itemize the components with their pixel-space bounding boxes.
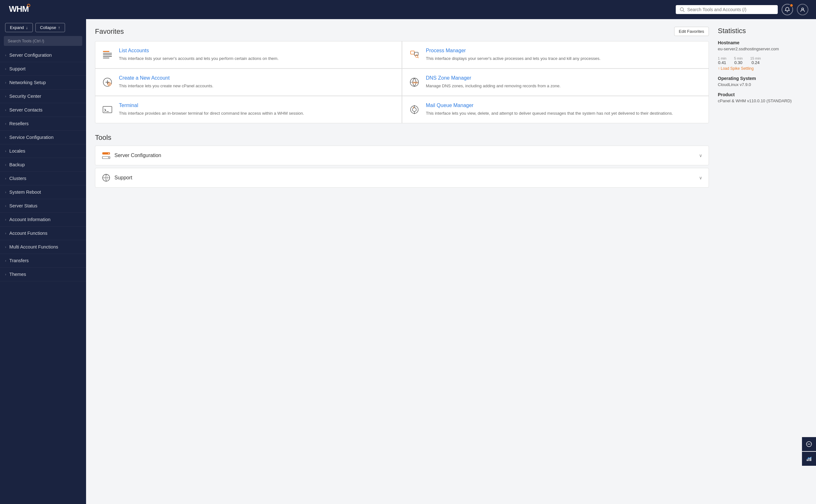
terminal-desc: This interface provides an in-browser te… (119, 110, 304, 117)
fav-card-create-new-account[interactable]: Create a New Account This interface lets… (95, 69, 401, 96)
sidebar-item-server-contacts[interactable]: ›Server Contacts (0, 103, 86, 117)
topbar-right (676, 4, 808, 15)
sidebar-item-server-configuration[interactable]: ›Server Configuration (0, 48, 86, 62)
sidebar-item-multi-account-functions[interactable]: ›Multi Account Functions (0, 240, 86, 254)
sidebar-item-server-status[interactable]: ›Server Status (0, 199, 86, 213)
product-value: cPanel & WHM v110.0.10 (STANDARD) (718, 98, 807, 103)
favorites-header: Favorites Edit Favorites (95, 27, 709, 36)
hostname-value: eu-server2.ssdhostingserver.com (718, 47, 807, 51)
sidebar-item-label: Security Center (9, 94, 41, 99)
sidebar-item-label: Service Configuration (9, 135, 54, 140)
svg-rect-7 (103, 53, 112, 54)
fav-card-process-manager[interactable]: Process Manager This interface displays … (402, 41, 709, 68)
statistics-title: Statistics (718, 27, 807, 35)
chat-button[interactable] (802, 437, 816, 451)
sidebar-item-label: Themes (9, 272, 26, 277)
svg-text:WHM: WHM (9, 4, 29, 14)
sidebar-item-support[interactable]: ›Support (0, 62, 86, 76)
tools-item-server-configuration-tool[interactable]: Server Configuration ∨ (95, 146, 709, 165)
fav-card-mail-queue-manager[interactable]: Mail Queue Manager This interface lets y… (402, 96, 709, 123)
dns-zone-manager-icon: DNS (407, 75, 422, 89)
chevron-right-icon: › (5, 204, 6, 208)
sidebar-item-locales[interactable]: ›Locales (0, 144, 86, 158)
sidebar-item-transfers[interactable]: ›Transfers (0, 254, 86, 268)
fav-card-terminal[interactable]: Terminal This interface provides an in-b… (95, 96, 401, 123)
sidebar-item-resellers[interactable]: ›Resellers (0, 117, 86, 131)
mail-queue-manager-desc: This interface lets you view, delete, an… (426, 110, 673, 117)
dns-zone-manager-content: DNS Zone Manager Manage DNS zones, inclu… (426, 75, 561, 89)
svg-rect-6 (103, 51, 109, 52)
os-label: Operating System (718, 76, 807, 81)
search-icon (680, 7, 685, 12)
svg-rect-23 (103, 106, 112, 113)
main-layout: Expand ↓ Collapse ↑ ›Server Configuratio… (0, 19, 816, 504)
svg-rect-31 (102, 156, 110, 159)
fav-card-dns-zone-manager[interactable]: DNS DNS Zone Manager Manage DNS zones, i… (402, 69, 709, 96)
load-15min: 15 min 0.24 (750, 56, 761, 65)
svg-rect-8 (103, 54, 112, 55)
sidebar-item-account-information[interactable]: ›Account Information (0, 213, 86, 227)
favorites-grid: List Accounts This interface lists your … (95, 41, 709, 123)
svg-point-26 (413, 108, 416, 112)
sidebar-item-label: Server Configuration (9, 53, 52, 58)
process-manager-icon (407, 48, 422, 62)
sidebar-item-label: Account Functions (9, 231, 47, 236)
support-tool-label: Support (114, 175, 132, 181)
process-manager-desc: This interface displays your server's ac… (426, 55, 601, 62)
mail-queue-manager-content: Mail Queue Manager This interface lets y… (426, 103, 673, 117)
sidebar: Expand ↓ Collapse ↑ ›Server Configuratio… (0, 19, 86, 504)
svg-rect-40 (807, 459, 808, 461)
sidebar-item-account-functions[interactable]: ›Account Functions (0, 227, 86, 240)
expand-button[interactable]: Expand ↓ (5, 23, 33, 32)
create-new-account-desc: This interface lets you create new cPane… (119, 83, 213, 89)
sidebar-item-themes[interactable]: ›Themes (0, 268, 86, 281)
sidebar-item-system-reboot[interactable]: ›System Reboot (0, 185, 86, 199)
sidebar-item-label: Networking Setup (9, 80, 46, 85)
edit-favorites-button[interactable]: Edit Favorites (674, 27, 709, 36)
dns-zone-manager-title: DNS Zone Manager (426, 75, 561, 81)
svg-point-19 (109, 83, 110, 85)
sidebar-item-clusters[interactable]: ›Clusters (0, 172, 86, 185)
chevron-right-icon: › (5, 163, 6, 167)
create-new-account-icon (100, 75, 114, 89)
sidebar-item-label: Clusters (9, 176, 26, 181)
stats-button[interactable] (802, 452, 816, 466)
chevron-right-icon: › (5, 149, 6, 153)
sidebar-item-networking-setup[interactable]: ›Networking Setup (0, 76, 86, 90)
search-input[interactable] (687, 7, 774, 12)
favorites-title: Favorites (95, 27, 124, 36)
content-main: Favorites Edit Favorites List Accounts T… (95, 27, 709, 496)
tools-section: Tools Server Configuration ∨ Support ∨ (95, 133, 709, 188)
collapse-button[interactable]: Collapse ↑ (35, 23, 65, 32)
search-bar[interactable] (676, 5, 778, 14)
sidebar-item-security-center[interactable]: ›Security Center (0, 90, 86, 103)
sidebar-item-label: Backup (9, 162, 25, 167)
tools-title: Tools (95, 133, 709, 142)
chevron-right-icon: › (5, 245, 6, 249)
sidebar-item-label: Multi Account Functions (9, 244, 58, 249)
chevron-right-icon: › (5, 177, 6, 180)
content-area: Favorites Edit Favorites List Accounts T… (86, 19, 816, 504)
terminal-icon (100, 103, 114, 117)
topbar: WHM (0, 0, 816, 19)
sidebar-item-service-configuration[interactable]: ›Service Configuration (0, 131, 86, 144)
sidebar-item-label: Support (9, 66, 25, 71)
notifications-button[interactable] (782, 4, 793, 15)
dns-zone-manager-desc: Manage DNS zones, including adding and r… (426, 83, 561, 89)
chevron-right-icon: › (5, 136, 6, 139)
process-manager-content: Process Manager This interface displays … (426, 48, 601, 62)
svg-rect-9 (103, 56, 112, 57)
sidebar-item-label: Resellers (9, 121, 28, 126)
chevron-down-icon: ∨ (699, 153, 702, 158)
chevron-right-icon: › (5, 67, 6, 71)
terminal-title: Terminal (119, 103, 304, 108)
sidebar-search-input[interactable] (4, 36, 82, 46)
user-menu-button[interactable] (797, 4, 808, 15)
svg-point-3 (680, 8, 683, 11)
sidebar-item-backup[interactable]: ›Backup (0, 158, 86, 172)
hostname-group: Hostname eu-server2.ssdhostingserver.com (718, 40, 807, 51)
list-accounts-title: List Accounts (119, 48, 278, 54)
fav-card-list-accounts[interactable]: List Accounts This interface lists your … (95, 41, 401, 68)
svg-point-38 (809, 444, 809, 444)
tools-item-support-tool[interactable]: Support ∨ (95, 168, 709, 188)
